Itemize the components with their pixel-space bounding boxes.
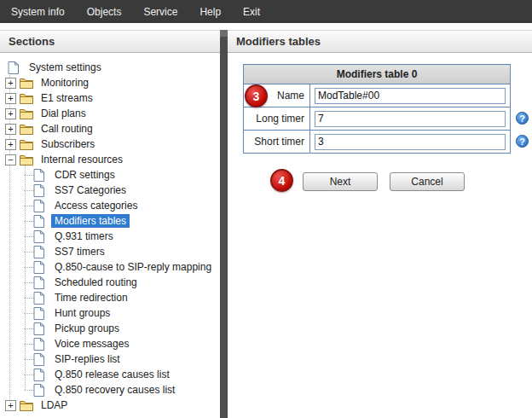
help-icon[interactable]: ? (516, 112, 529, 125)
tree-item-internal-resources[interactable]: −Internal resources (0, 152, 220, 167)
tree-item-access-categories[interactable]: Access categories (0, 198, 220, 213)
field-cell (310, 131, 511, 154)
tree-item-call-routing[interactable]: +Call routing (0, 121, 220, 136)
expand-icon[interactable]: + (5, 124, 16, 135)
tree-item-q-931-timers[interactable]: Q.931 timers (0, 229, 220, 244)
short-timer-input[interactable] (315, 134, 506, 150)
long-timer-input[interactable] (315, 111, 506, 127)
collapse-icon[interactable]: − (5, 154, 16, 165)
app-window: System infoObjectsServiceHelpExit Sectio… (0, 0, 532, 418)
scrollbar-thumb[interactable] (220, 37, 228, 418)
modifiers-form: Modifiers table 0 NameLong timerShort ti… (243, 64, 511, 154)
tree-item-label: Voice messages (51, 337, 132, 351)
tree-item-dial-plans[interactable]: +Dial plans (0, 106, 220, 121)
cancel-button[interactable]: Cancel (390, 172, 465, 191)
modifiers-content: Modifiers table 0 NameLong timerShort ti… (228, 53, 532, 418)
tree-item-pickup-groups[interactable]: Pickup groups (0, 321, 220, 336)
tree-item-time-redirection[interactable]: Time redirection (0, 290, 220, 305)
tree-item-voice-messages[interactable]: Voice messages (0, 336, 220, 351)
doc-icon (33, 353, 47, 366)
tree-item-label: SS7 Categories (51, 183, 130, 197)
tree-item-q-850-recovery-causes-list[interactable]: Q.850 recovery causes list (0, 382, 220, 398)
tree-scrollbar[interactable] (220, 30, 228, 418)
tree-item-label: Internal resources (38, 153, 126, 166)
form-row-name: Name (244, 84, 511, 107)
sections-header: Sections (0, 30, 220, 53)
tree-item-ldap[interactable]: +LDAP (0, 398, 220, 413)
doc-icon (33, 369, 47, 381)
tree-item-ss7-timers[interactable]: SS7 timers (0, 244, 220, 259)
doc-icon (8, 61, 21, 74)
doc-icon (33, 261, 47, 274)
tree-connector (24, 175, 33, 176)
expand-icon[interactable]: + (5, 78, 16, 89)
doc-icon (33, 276, 47, 289)
doc-icon (33, 230, 47, 243)
menu-item-help[interactable]: Help (188, 0, 232, 23)
field-cell (310, 107, 511, 131)
tree-connector (24, 359, 33, 360)
tree-connector (24, 190, 33, 191)
tree-item-cdr-settings[interactable]: CDR settings (0, 167, 220, 183)
tree-item-subscribers[interactable]: +Subscribers (0, 136, 220, 152)
tree-item-label: Modifiers tables (51, 214, 130, 228)
tree-connector (24, 221, 33, 222)
tree-item-q-850-release-causes-list[interactable]: Q.850 release causes list (0, 367, 220, 382)
tree-item-monitoring[interactable]: +Monitoring (0, 75, 220, 90)
tree-connector (24, 206, 33, 206)
menu-item-service[interactable]: Service (132, 0, 188, 23)
tree-item-hunt-groups[interactable]: Hunt groups (0, 305, 220, 321)
tree-item-ss7-categories[interactable]: SS7 Categories (0, 183, 220, 198)
tree-item-sip-replies-list[interactable]: SIP-replies list (0, 351, 220, 367)
doc-icon (33, 322, 47, 335)
doc-icon (33, 307, 47, 320)
name-input[interactable] (315, 88, 506, 104)
menu-item-exit[interactable]: Exit (232, 0, 271, 23)
folder-icon (20, 92, 33, 105)
annotation-badge-3: 3 (245, 84, 268, 107)
tree-item-label: Q.850 release causes list (51, 368, 173, 381)
menu-item-system-info[interactable]: System info (0, 0, 76, 23)
tree-item-label: Time redirection (51, 291, 131, 305)
doc-icon (33, 215, 47, 228)
tree-connector (24, 236, 33, 237)
tree-item-system-settings[interactable]: System settings (0, 60, 220, 75)
scrollbar-up-button[interactable] (220, 30, 228, 37)
tree-item-e1-streams[interactable]: +E1 streams (0, 90, 220, 106)
tree-item-label: Monitoring (38, 76, 92, 90)
folder-icon (20, 123, 33, 136)
tree-connector (24, 344, 33, 345)
tree-item-scheduled-routing[interactable]: Scheduled routing (0, 275, 220, 290)
expand-icon[interactable]: + (5, 139, 16, 150)
menu-item-objects[interactable]: Objects (76, 0, 133, 23)
next-button[interactable]: Next (303, 172, 378, 191)
tree-item-label: Q.850-cause to SIP-reply mapping (51, 260, 215, 274)
doc-icon (33, 292, 47, 305)
field-label: Long timer (244, 107, 310, 131)
expand-icon[interactable]: + (5, 93, 16, 104)
doc-icon (33, 384, 47, 397)
tree-connector (24, 328, 33, 329)
field-label: Short timer (244, 131, 310, 154)
tree-item-label: Hunt groups (51, 306, 113, 320)
main-split: Sections System settings+Monitoring+E1 s… (0, 30, 532, 418)
expand-icon[interactable]: + (5, 400, 16, 411)
tree-item-label: CDR settings (51, 168, 119, 182)
help-icon[interactable]: ? (516, 135, 529, 148)
field-cell (310, 84, 511, 107)
tree-item-label: Scheduled routing (51, 276, 141, 289)
doc-icon (33, 184, 47, 197)
doc-icon (33, 338, 47, 351)
tree-item-label: Q.931 timers (51, 229, 117, 243)
form-row-long-timer: Long timer (244, 107, 511, 131)
tree-item-q-850-cause-to-sip-reply-mapping[interactable]: Q.850-cause to SIP-reply mapping (0, 259, 220, 275)
form-buttons: Next Cancel (303, 172, 465, 191)
sections-pane: Sections System settings+Monitoring+E1 s… (0, 30, 220, 418)
expand-icon[interactable]: + (5, 108, 16, 119)
tree-item-label: Access categories (51, 199, 141, 212)
tree-item-modifiers-tables[interactable]: Modifiers tables (0, 213, 220, 229)
annotation-badge-4: 4 (270, 169, 293, 192)
menubar: System infoObjectsServiceHelpExit (0, 0, 532, 23)
tree-connector (24, 298, 33, 299)
folder-icon (20, 154, 33, 166)
